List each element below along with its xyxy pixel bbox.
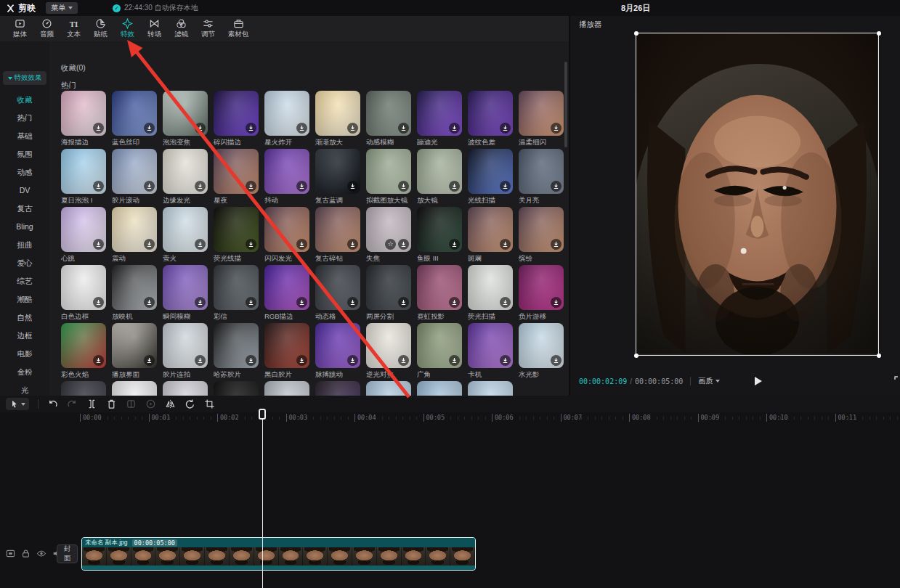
download-icon[interactable] <box>93 355 104 366</box>
split-button[interactable] <box>86 399 97 409</box>
effect-thumbnail[interactable]: ☆ <box>366 207 411 252</box>
effect-thumbnail[interactable] <box>163 149 208 194</box>
select-tool-button[interactable] <box>6 398 29 410</box>
download-icon[interactable] <box>195 355 206 366</box>
effect-thumbnail[interactable] <box>214 207 259 252</box>
download-icon[interactable] <box>398 239 409 250</box>
effect-card[interactable]: RGB描边 <box>264 265 309 320</box>
effect-card[interactable]: 光线扫描 <box>468 149 513 204</box>
effect-thumbnail[interactable] <box>112 381 157 396</box>
menu-button[interactable]: 菜单 <box>46 2 78 14</box>
effect-card[interactable]: 霓虹投影 <box>417 265 462 320</box>
effect-card[interactable]: 鱼眼 III <box>417 207 462 262</box>
sidebar-item[interactable]: 自然 <box>0 309 49 327</box>
rotate-button[interactable] <box>185 399 195 409</box>
sidebar-item[interactable]: 动感 <box>0 163 49 181</box>
download-icon[interactable] <box>500 297 511 308</box>
download-icon[interactable] <box>195 297 206 308</box>
effect-card[interactable]: 广角 <box>417 323 462 378</box>
sidebar-item[interactable]: DV <box>0 181 49 200</box>
effect-thumbnail[interactable] <box>468 207 513 252</box>
effect-thumbnail[interactable] <box>315 265 360 310</box>
download-icon[interactable] <box>144 123 155 134</box>
resize-handle[interactable] <box>634 354 638 358</box>
effect-thumbnail[interactable] <box>264 381 309 396</box>
download-icon[interactable] <box>398 355 409 366</box>
download-icon[interactable] <box>551 123 562 134</box>
download-icon[interactable] <box>296 181 307 192</box>
sidebar-item[interactable]: 氛围 <box>0 145 49 163</box>
undo-button[interactable] <box>47 399 58 409</box>
effect-card[interactable]: 温柔细闪 <box>519 91 564 146</box>
download-icon[interactable] <box>449 355 460 366</box>
effect-card[interactable]: 拟截图放大镜 <box>366 149 411 204</box>
sidebar-item[interactable]: 爱心 <box>0 254 49 272</box>
timeline-ruler[interactable]: 00:0000:0100:0200:0300:0400:0500:0600:07… <box>0 412 900 424</box>
effect-card-partial[interactable] <box>214 381 259 396</box>
effect-thumbnail[interactable] <box>61 91 106 136</box>
effect-thumbnail[interactable] <box>264 265 309 310</box>
sidebar-item[interactable]: 收藏 <box>0 91 49 109</box>
download-icon[interactable] <box>347 181 358 192</box>
effect-card[interactable]: 水光影 <box>519 323 564 378</box>
tab-filter[interactable]: 滤镜 <box>168 18 195 39</box>
effect-card[interactable]: 闪闪发光 <box>264 207 309 262</box>
effect-card[interactable]: 哈苏胶片 <box>214 323 259 378</box>
download-icon[interactable] <box>296 123 307 134</box>
mirror-button[interactable] <box>165 399 176 409</box>
effect-thumbnail[interactable] <box>112 207 157 252</box>
effect-card-partial[interactable] <box>315 381 360 396</box>
download-icon[interactable] <box>500 123 511 134</box>
sidebar-item[interactable]: Bling <box>0 218 49 236</box>
effect-thumbnail[interactable] <box>163 91 208 136</box>
download-icon[interactable] <box>246 239 256 250</box>
download-icon[interactable] <box>246 123 256 134</box>
download-icon[interactable] <box>449 239 460 250</box>
effect-card[interactable]: 两屏分割 <box>366 265 411 320</box>
quality-dropdown[interactable]: 画质 <box>698 376 720 386</box>
download-icon[interactable] <box>449 181 460 192</box>
effect-card-partial[interactable] <box>163 381 208 396</box>
effect-card[interactable]: 蓝色丝印 <box>112 91 157 146</box>
effect-thumbnail[interactable] <box>315 207 360 252</box>
effect-thumbnail[interactable] <box>468 149 513 194</box>
download-icon[interactable] <box>93 297 104 308</box>
effect-thumbnail[interactable] <box>417 91 462 136</box>
effect-thumbnail[interactable] <box>366 323 411 368</box>
freeze-frame-button[interactable] <box>126 399 137 409</box>
effect-card[interactable]: 脉搏跳动 <box>315 323 360 378</box>
download-icon[interactable] <box>500 355 511 366</box>
download-icon[interactable] <box>500 239 511 250</box>
effect-card[interactable]: 逆光对焦 <box>366 323 411 378</box>
lock-icon[interactable] <box>21 549 31 558</box>
effect-thumbnail[interactable] <box>214 149 259 194</box>
sidebar-item[interactable]: 潮酷 <box>0 290 49 309</box>
effect-card[interactable]: 抖动 <box>264 149 309 204</box>
download-icon[interactable] <box>500 181 511 192</box>
download-icon[interactable] <box>195 181 206 192</box>
download-icon[interactable] <box>144 355 155 366</box>
effect-card[interactable]: 卡机 <box>468 323 513 378</box>
effect-card[interactable]: 心跳 <box>61 207 106 262</box>
download-icon[interactable] <box>93 239 104 250</box>
effect-thumbnail[interactable] <box>468 91 513 136</box>
effect-thumbnail[interactable] <box>417 323 462 368</box>
effect-thumbnail[interactable] <box>61 323 106 368</box>
effect-card[interactable]: 泡泡变焦 <box>163 91 208 146</box>
effect-card[interactable]: 萤火 <box>163 207 208 262</box>
sidebar-item[interactable]: 边框 <box>0 327 49 345</box>
sidebar-item[interactable]: 扭曲 <box>0 236 49 254</box>
effect-thumbnail[interactable] <box>264 207 309 252</box>
download-icon[interactable] <box>398 123 409 134</box>
effect-thumbnail[interactable] <box>519 265 564 310</box>
effect-card[interactable]: 复古碎钻 <box>315 207 360 262</box>
effect-card[interactable]: ☆失焦 <box>366 207 411 262</box>
effect-card-partial[interactable] <box>366 381 411 396</box>
download-icon[interactable] <box>449 123 460 134</box>
download-icon[interactable] <box>195 239 206 250</box>
download-icon[interactable] <box>347 297 358 308</box>
download-icon[interactable] <box>296 355 307 366</box>
download-icon[interactable] <box>246 355 256 366</box>
main-track-icon[interactable] <box>6 549 15 558</box>
effect-card[interactable]: 海报描边 <box>61 91 106 146</box>
